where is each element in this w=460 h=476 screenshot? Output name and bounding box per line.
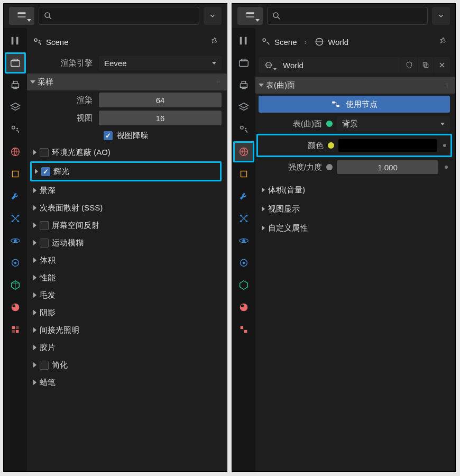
tab-mesh[interactable] xyxy=(233,274,254,296)
scene-icon xyxy=(238,124,250,135)
tab-tool[interactable] xyxy=(233,30,254,51)
tab-constraint[interactable] xyxy=(5,252,26,273)
svg-rect-53 xyxy=(244,330,247,333)
tab-texture[interactable] xyxy=(5,319,26,340)
tab-particle[interactable] xyxy=(5,208,26,229)
svg-point-27 xyxy=(34,39,37,41)
printer-icon xyxy=(238,79,250,91)
section-checkbox[interactable] xyxy=(41,167,50,176)
color-swatch[interactable] xyxy=(338,139,437,152)
section-checkbox[interactable] xyxy=(40,361,49,370)
search-icon xyxy=(43,11,53,21)
tab-scene[interactable] xyxy=(233,119,254,140)
pin-button[interactable] xyxy=(438,36,448,48)
section-7[interactable]: 性能 xyxy=(30,269,222,286)
tab-output[interactable] xyxy=(233,75,254,96)
search-input[interactable] xyxy=(39,7,199,25)
keyframe-dot-icon[interactable] xyxy=(445,166,448,169)
tab-modifier[interactable] xyxy=(5,186,26,207)
sampling-viewport-label: 视图 xyxy=(30,113,99,123)
viewport-denoise-checkbox[interactable] xyxy=(104,131,113,140)
tab-material[interactable] xyxy=(5,297,26,318)
section-6[interactable]: 体积 xyxy=(30,252,222,269)
editor-type-selector[interactable] xyxy=(9,7,34,25)
svg-line-32 xyxy=(278,17,280,19)
svg-point-54 xyxy=(263,39,265,41)
tab-physics[interactable] xyxy=(5,230,26,251)
tab-particle[interactable] xyxy=(233,208,254,229)
tab-modifier[interactable] xyxy=(233,186,254,207)
disclosure-icon xyxy=(262,206,265,212)
tab-material[interactable] xyxy=(233,297,254,318)
world-name-field[interactable]: World xyxy=(279,57,401,73)
breadcrumb-scene[interactable]: Scene xyxy=(32,36,69,47)
section-sampling[interactable]: 采样 ⠿ xyxy=(27,74,227,90)
section-11[interactable]: 胶片 xyxy=(30,339,222,356)
breadcrumb: Scene xyxy=(30,30,222,53)
tab-mesh[interactable] xyxy=(5,274,26,296)
options-button[interactable] xyxy=(432,7,450,25)
section-label: 体积 xyxy=(40,255,56,266)
pin-button[interactable] xyxy=(210,36,219,48)
section-checkbox[interactable] xyxy=(40,221,49,230)
section-2[interactable]: 景深 xyxy=(30,182,222,199)
tab-viewlayer[interactable] xyxy=(233,97,254,118)
options-button[interactable] xyxy=(204,7,222,25)
section-0[interactable]: 体积(音量) xyxy=(259,180,450,199)
svg-point-28 xyxy=(39,40,40,42)
section-2[interactable]: 自定义属性 xyxy=(259,218,450,237)
breadcrumb: Scene › World xyxy=(259,30,450,53)
section-10[interactable]: 间接光照明 xyxy=(30,322,222,338)
section-3[interactable]: 次表面散射 (SSS) xyxy=(30,199,222,216)
tab-viewlayer[interactable] xyxy=(5,97,26,118)
section-1[interactable]: 视图显示 xyxy=(259,199,450,218)
tab-object[interactable] xyxy=(5,163,26,185)
tab-world[interactable] xyxy=(233,141,254,162)
sampling-viewport-value[interactable]: 16 xyxy=(99,111,222,125)
tab-world[interactable] xyxy=(5,141,26,162)
section-surface[interactable]: 表(曲)面 ⠿ xyxy=(255,77,455,94)
render-engine-dropdown[interactable]: Eevee xyxy=(99,56,222,70)
panel-topbar xyxy=(232,4,455,28)
sampling-render-value[interactable]: 64 xyxy=(99,93,222,107)
world-properties-content: Scene › World World 表(曲)面 ⠿ xyxy=(255,28,455,471)
tab-constraint[interactable] xyxy=(233,252,254,273)
tab-render[interactable] xyxy=(233,52,254,74)
tab-output[interactable] xyxy=(5,75,26,96)
search-input[interactable] xyxy=(267,7,428,25)
tab-scene[interactable] xyxy=(5,119,26,140)
fake-user-button[interactable] xyxy=(401,57,417,73)
new-world-button[interactable] xyxy=(418,57,434,73)
breadcrumb-world[interactable]: World xyxy=(314,36,348,47)
tab-physics[interactable] xyxy=(233,230,254,251)
svg-rect-57 xyxy=(423,62,427,66)
tab-render[interactable] xyxy=(5,52,26,74)
section-1[interactable]: 辉光 xyxy=(32,163,220,180)
surface-shader-dropdown[interactable]: 背景 xyxy=(337,116,450,131)
sampling-render-row: 渲染 64 xyxy=(30,91,222,108)
section-checkbox[interactable] xyxy=(40,239,49,248)
physics-icon xyxy=(10,235,21,246)
section-13[interactable]: 蜡笔 xyxy=(30,374,222,391)
tab-object[interactable] xyxy=(233,163,254,185)
editor-type-selector[interactable] xyxy=(237,7,263,25)
world-browse-button[interactable] xyxy=(259,57,279,73)
section-0[interactable]: 环境光遮蔽 (AO) xyxy=(30,144,222,161)
tab-texture[interactable] xyxy=(233,319,254,340)
section-label: 视图显示 xyxy=(268,204,300,214)
unlink-button[interactable] xyxy=(434,57,450,73)
section-12[interactable]: 简化 xyxy=(30,356,222,373)
strength-value[interactable]: 1.000 xyxy=(337,160,438,174)
section-checkbox[interactable] xyxy=(40,148,49,157)
section-8[interactable]: 毛发 xyxy=(30,287,222,304)
keyframe-dot-icon[interactable] xyxy=(443,144,446,147)
breadcrumb-scene[interactable]: Scene xyxy=(261,36,297,47)
section-5[interactable]: 运动模糊 xyxy=(30,234,222,251)
use-nodes-button[interactable]: 使用节点 xyxy=(259,96,450,113)
world-icon xyxy=(238,146,250,158)
tab-tool[interactable] xyxy=(5,30,26,51)
strength-label: 强度/力度 xyxy=(259,162,322,172)
camera-back-icon xyxy=(238,57,250,69)
section-4[interactable]: 屏幕空间反射 xyxy=(30,217,222,234)
section-9[interactable]: 阴影 xyxy=(30,304,222,321)
